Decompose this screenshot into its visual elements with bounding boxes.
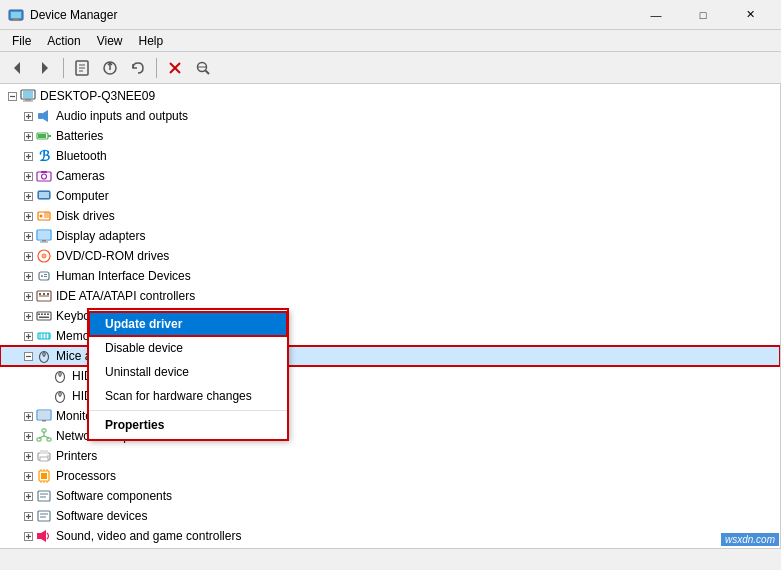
- toolbar-update-driver[interactable]: [97, 56, 123, 80]
- icon-ide: [36, 288, 52, 304]
- toolbar-uninstall[interactable]: [162, 56, 188, 80]
- tree-expander-audio[interactable]: [20, 108, 36, 124]
- tree-expander-mice[interactable]: [20, 348, 36, 364]
- svg-point-69: [43, 255, 45, 257]
- svg-line-15: [206, 70, 210, 74]
- svg-rect-123: [37, 438, 41, 441]
- icon-soft: [36, 488, 52, 504]
- tree-item-hid[interactable]: Human Interface Devices: [0, 266, 780, 286]
- menu-view[interactable]: View: [89, 32, 131, 50]
- icon-mouse: [36, 348, 52, 364]
- ctx-item-update-driver[interactable]: Update driver: [89, 312, 287, 336]
- svg-rect-62: [42, 240, 46, 242]
- svg-text:ℬ: ℬ: [39, 148, 50, 164]
- tree-item-soft1[interactable]: Software components: [0, 486, 780, 506]
- toolbar-forward[interactable]: [32, 56, 58, 80]
- maximize-button[interactable]: □: [680, 0, 726, 30]
- tree-expander-diskdrives[interactable]: [20, 208, 36, 224]
- window-title: Device Manager: [30, 8, 633, 22]
- tree-item-cameras[interactable]: Cameras: [0, 166, 780, 186]
- svg-rect-75: [44, 274, 47, 275]
- tree-item-displayadapters[interactable]: Display adapters: [0, 226, 780, 246]
- icon-soft: [36, 508, 52, 524]
- tree-expander-bluetooth[interactable]: [20, 148, 36, 164]
- svg-rect-43: [41, 171, 47, 173]
- tree-item-computer[interactable]: Computer: [0, 186, 780, 206]
- tree-item-storage[interactable]: Storage controllers: [0, 546, 780, 548]
- svg-point-74: [41, 275, 43, 277]
- tree-expander-processors[interactable]: [20, 468, 36, 484]
- svg-marker-27: [43, 110, 48, 122]
- label-soft2: Software devices: [56, 509, 147, 523]
- tree-item-processors[interactable]: Processors: [0, 466, 780, 486]
- tree-item-printers[interactable]: Printers: [0, 446, 780, 466]
- svg-rect-124: [47, 438, 51, 441]
- window-controls: — □ ✕: [633, 0, 773, 30]
- svg-rect-92: [47, 314, 49, 316]
- menu-action[interactable]: Action: [39, 32, 88, 50]
- icon-bluetooth: ℬ: [36, 148, 52, 164]
- icon-monitor: [36, 408, 52, 424]
- tree-expander-computer[interactable]: [20, 188, 36, 204]
- ctx-item-properties[interactable]: Properties: [89, 413, 287, 437]
- menu-help[interactable]: Help: [131, 32, 172, 50]
- svg-rect-90: [41, 314, 43, 316]
- label-displayadapters: Display adapters: [56, 229, 145, 243]
- tree-expander-cameras[interactable]: [20, 168, 36, 184]
- tree-item-sound[interactable]: Sound, video and game controllers: [0, 526, 780, 546]
- menu-file[interactable]: File: [4, 32, 39, 50]
- label-root: DESKTOP-Q3NEE09: [40, 89, 155, 103]
- icon-battery: [36, 128, 52, 144]
- ctx-item-scan[interactable]: Scan for hardware changes: [89, 384, 287, 408]
- tree-expander-monitors[interactable]: [20, 408, 36, 424]
- close-button[interactable]: ✕: [727, 0, 773, 30]
- icon-audio: [36, 108, 52, 124]
- svg-line-126: [39, 436, 44, 438]
- svg-rect-91: [44, 314, 46, 316]
- tree-expander-batteries[interactable]: [20, 128, 36, 144]
- ctx-item-disable-device[interactable]: Disable device: [89, 336, 287, 360]
- label-processors: Processors: [56, 469, 116, 483]
- ctx-item-uninstall-device[interactable]: Uninstall device: [89, 360, 287, 384]
- tree-expander-keyboards[interactable]: [20, 308, 36, 324]
- toolbar-properties[interactable]: [69, 56, 95, 80]
- tree-expander-root[interactable]: [4, 88, 20, 104]
- tree-item-soft2[interactable]: Software devices: [0, 506, 780, 526]
- tree-item-bluetooth[interactable]: ℬBluetooth: [0, 146, 780, 166]
- svg-rect-93: [39, 317, 49, 319]
- tree-expander-sound[interactable]: [20, 528, 36, 544]
- icon-computer: [20, 88, 36, 104]
- tree-item-batteries[interactable]: Batteries: [0, 126, 780, 146]
- main-content: DESKTOP-Q3NEE09Audio inputs and outputsB…: [0, 84, 781, 548]
- label-dvd: DVD/CD-ROM drives: [56, 249, 169, 263]
- tree-expander-soft2[interactable]: [20, 508, 36, 524]
- tree-expander-soft1[interactable]: [20, 488, 36, 504]
- label-soft1: Software components: [56, 489, 172, 503]
- svg-rect-61: [38, 231, 50, 239]
- toolbar-rollback[interactable]: [125, 56, 151, 80]
- tree-item-ide[interactable]: IDE ATA/ATAPI controllers: [0, 286, 780, 306]
- icon-proc: [36, 468, 52, 484]
- tree-item-root[interactable]: DESKTOP-Q3NEE09: [0, 86, 780, 106]
- tree-expander-network[interactable]: [20, 428, 36, 444]
- toolbar-back[interactable]: [4, 56, 30, 80]
- tree-expander-memtech[interactable]: [20, 328, 36, 344]
- label-audio: Audio inputs and outputs: [56, 109, 188, 123]
- label-cameras: Cameras: [56, 169, 105, 183]
- tree-item-audio[interactable]: Audio inputs and outputs: [0, 106, 780, 126]
- tree-expander-printers[interactable]: [20, 448, 36, 464]
- tree-expander-displayadapters[interactable]: [20, 228, 36, 244]
- watermark: wsxdn.com: [721, 533, 779, 546]
- svg-rect-48: [39, 192, 49, 198]
- label-printers: Printers: [56, 449, 97, 463]
- tree-item-diskdrives[interactable]: Disk drives: [0, 206, 780, 226]
- context-menu: Update driverDisable deviceUninstall dev…: [88, 309, 288, 440]
- minimize-button[interactable]: —: [633, 0, 679, 30]
- tree-expander-hid[interactable]: [20, 268, 36, 284]
- toolbar: [0, 52, 781, 84]
- toolbar-scan[interactable]: [190, 56, 216, 80]
- tree-expander-ide[interactable]: [20, 288, 36, 304]
- tree-item-dvd[interactable]: DVD/CD-ROM drives: [0, 246, 780, 266]
- toolbar-sep-2: [156, 58, 157, 78]
- tree-expander-dvd[interactable]: [20, 248, 36, 264]
